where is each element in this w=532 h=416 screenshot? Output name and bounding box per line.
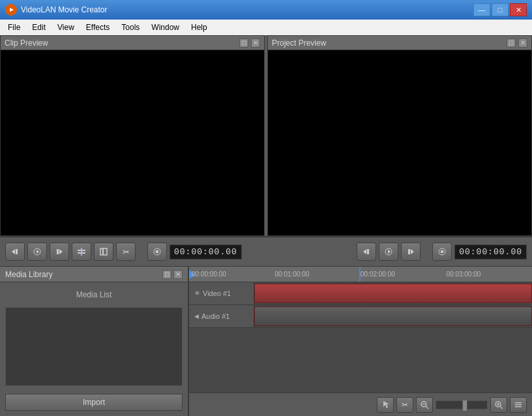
media-library: Media Library ⊡ ✕ Media List Import [0, 267, 189, 416]
menu-bar: File Edit View Effects Tools Window Help [0, 20, 532, 35]
clip-preview-screen [1, 50, 264, 235]
clip-rewind-button[interactable] [5, 243, 25, 261]
svg-rect-14 [156, 250, 158, 253]
timeline-empty [189, 328, 532, 393]
clip-stop-button[interactable] [147, 243, 167, 261]
svg-rect-30 [515, 402, 522, 404]
clip-scissors-button[interactable]: ✂ [116, 243, 136, 261]
ruler-mark-3: 00:03:00:00 [447, 267, 481, 282]
menu-effects[interactable]: Effects [81, 22, 115, 33]
bottom-row: Media Library ⊡ ✕ Media List Import 00:0… [0, 267, 532, 416]
clip-time-display: 00:00:00.00 [170, 245, 242, 260]
maximize-button[interactable]: □ [492, 3, 509, 16]
timeline-zoom-in-button[interactable] [490, 397, 507, 413]
svg-rect-32 [515, 406, 522, 408]
timeline-mouse-button[interactable] [377, 397, 394, 413]
svg-marker-15 [363, 249, 366, 254]
menu-window[interactable]: Window [146, 22, 185, 33]
clip-preview-close[interactable]: ✕ [251, 38, 260, 48]
timeline-bottom: ✂ [189, 393, 532, 416]
timeline-area: 00:00:00:00 00:01:00:00 00:02:00:00 00:0… [189, 267, 532, 416]
clip-preview-title: Clip Preview [5, 38, 48, 48]
media-list-label: Media List [5, 288, 183, 302]
clip-preview-panel: Clip Preview ⊡ ✕ [0, 35, 265, 236]
svg-rect-22 [441, 250, 443, 253]
svg-marker-18 [388, 250, 391, 254]
zoom-slider[interactable] [436, 400, 488, 409]
svg-marker-19 [411, 249, 414, 254]
timeline-ruler: 00:00:00:00 00:01:00:00 00:02:00:00 00:0… [189, 267, 532, 282]
svg-line-24 [426, 406, 428, 409]
timeline-zoom-out-button[interactable] [416, 397, 433, 413]
media-list-box[interactable] [5, 307, 183, 386]
svg-rect-10 [81, 248, 82, 256]
svg-rect-3 [16, 249, 18, 254]
window-controls: — □ ✕ [473, 3, 527, 16]
video-clip[interactable] [254, 284, 532, 303]
project-preview-title: Project Preview [272, 38, 326, 48]
svg-marker-2 [12, 249, 15, 254]
video-track-content[interactable] [254, 282, 532, 305]
main-content: Clip Preview ⊡ ✕ Project Preview ⊡ ✕ [0, 35, 532, 416]
video-track-label: 👁 Video #1 [189, 282, 254, 305]
media-library-body: Media List Import [0, 282, 188, 416]
svg-rect-16 [367, 249, 369, 254]
menu-file[interactable]: File [3, 22, 25, 33]
proj-rewind-button[interactable] [357, 243, 376, 261]
clip-preview-header: Clip Preview ⊡ ✕ [1, 36, 264, 50]
project-preview-panel: Project Preview ⊡ ✕ [267, 35, 532, 236]
audio-track-row: ◀ Audio #1 [189, 305, 532, 328]
svg-marker-6 [59, 249, 63, 254]
timeline-tracks: 👁 Video #1 ◀ Audio #1 [189, 282, 532, 393]
svg-rect-20 [408, 249, 410, 254]
svg-rect-31 [515, 404, 522, 406]
menu-view[interactable]: View [52, 22, 80, 33]
svg-marker-5 [37, 250, 39, 254]
proj-play-button[interactable] [379, 243, 398, 261]
project-preview-close[interactable]: ✕ [518, 38, 527, 48]
audio-clip[interactable] [254, 306, 532, 326]
ruler-mark-1: 00:01:00:00 [275, 267, 310, 282]
proj-time-display: 00:00:00.00 [454, 245, 527, 260]
audio-track-label: ◀ Audio #1 [189, 305, 254, 327]
svg-line-27 [500, 406, 503, 409]
project-preview-header: Project Preview ⊡ ✕ [268, 36, 531, 50]
proj-forward-button[interactable] [401, 243, 421, 261]
clip-preview-restore[interactable]: ⊡ [239, 38, 248, 48]
app-icon [5, 4, 17, 16]
import-button[interactable]: Import [5, 394, 183, 411]
project-preview-controls: ⊡ ✕ [507, 38, 527, 48]
audio-track-name: Audio #1 [201, 312, 229, 320]
title-text: VideoLAN Movie Creator [21, 5, 108, 14]
timeline-menu-button[interactable] [510, 397, 527, 413]
timeline-scissors-button[interactable]: ✂ [396, 397, 413, 413]
media-library-close[interactable]: ✕ [173, 270, 183, 279]
clip-forward-button[interactable] [50, 243, 69, 261]
timeline-playhead [359, 267, 361, 282]
clip-play-button[interactable] [27, 243, 47, 261]
project-preview-restore[interactable]: ⊡ [507, 38, 516, 48]
menu-help[interactable]: Help [186, 22, 213, 33]
timeline-scissors-icon: ✂ [402, 400, 408, 409]
menu-tools[interactable]: Tools [116, 22, 145, 33]
ruler-mark-2: 00:02:00:00 [361, 267, 395, 282]
media-library-float[interactable]: ⊡ [162, 270, 171, 279]
menu-edit[interactable]: Edit [27, 22, 51, 33]
title-bar-left: VideoLAN Movie Creator [5, 4, 108, 16]
video-track-name: Video #1 [203, 290, 231, 297]
audio-track-icon: ◀ [194, 313, 199, 319]
ruler-mark-0: 00:00:00:00 [192, 267, 226, 282]
clip-add-track-button[interactable] [72, 243, 91, 261]
clip-add-clip-button[interactable] [94, 243, 113, 261]
audio-track-content[interactable] [254, 305, 532, 327]
media-library-header: Media Library ⊡ ✕ [0, 267, 188, 282]
project-preview-screen [268, 50, 531, 235]
minimize-button[interactable]: — [473, 3, 490, 16]
zoom-slider-thumb[interactable] [462, 400, 467, 411]
media-library-header-controls: ⊡ ✕ [162, 270, 183, 279]
svg-rect-12 [102, 248, 104, 255]
close-button[interactable]: ✕ [510, 3, 527, 16]
proj-stop-button[interactable] [432, 243, 452, 261]
svg-rect-7 [57, 249, 59, 254]
video-track-row: 👁 Video #1 [189, 282, 532, 305]
